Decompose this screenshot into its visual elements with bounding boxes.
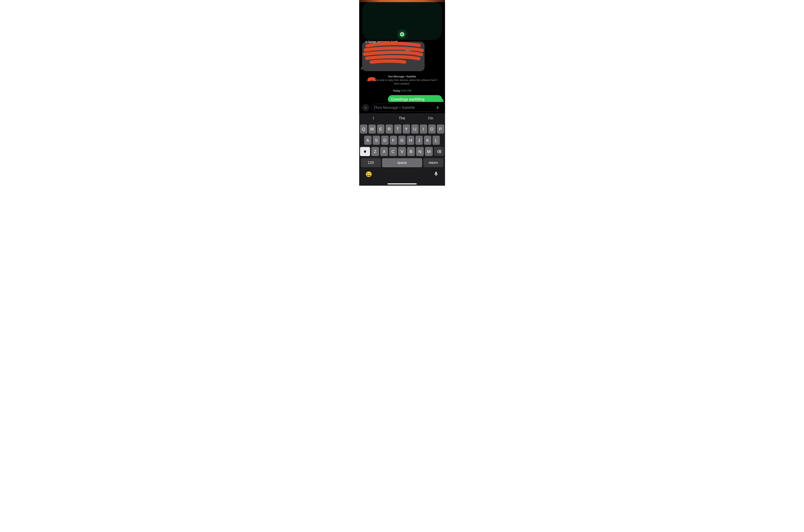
backspace-key[interactable]: [434, 147, 444, 156]
keyboard-bottom-row: 😀: [359, 167, 445, 178]
key-x[interactable]: X: [380, 147, 388, 156]
key-f[interactable]: F: [390, 136, 397, 145]
add-attachment-button[interactable]: ＋: [362, 104, 369, 111]
message-input[interactable]: Text Message • Satellite: [371, 104, 442, 112]
key-row-1: Q W E R T Y U I O P: [360, 125, 444, 134]
incoming-message-bubble[interactable]: a large propane tank. 20# tank: [362, 42, 425, 71]
numbers-key[interactable]: 123: [361, 158, 381, 167]
suggestion-bar: I The I'm: [359, 113, 445, 123]
dictation-icon[interactable]: [436, 106, 440, 110]
key-u[interactable]: U: [411, 125, 419, 134]
date-label: Today: [393, 89, 400, 92]
dictation-button[interactable]: [433, 171, 439, 178]
key-i[interactable]: I: [420, 125, 427, 134]
key-l[interactable]: L: [433, 136, 440, 145]
key-z[interactable]: Z: [371, 147, 379, 156]
suggestion-2[interactable]: The: [388, 116, 416, 120]
location-dot-icon: [400, 32, 404, 36]
meta-header: Text Message • Satellite: [388, 75, 416, 78]
microphone-icon: [433, 171, 439, 176]
shift-key[interactable]: [360, 147, 370, 156]
key-row-3: Z X C V B N M: [360, 147, 444, 156]
keyboard: I The I'm Q W E R T Y U I O P A S D F: [359, 113, 445, 186]
redaction-mark: [367, 77, 376, 82]
input-placeholder: Text Message • Satellite: [375, 106, 436, 110]
space-key[interactable]: space: [382, 158, 422, 167]
timestamp-separator: Today 5:52 PM: [362, 89, 442, 92]
key-w[interactable]: W: [369, 125, 376, 134]
key-p[interactable]: P: [437, 125, 444, 134]
key-d[interactable]: D: [381, 136, 388, 145]
satellite-banner[interactable]: Keep Pointing at Satellite Connected: [363, 2, 442, 40]
suggestion-3[interactable]: I'm: [416, 116, 445, 120]
key-b[interactable]: B: [407, 147, 415, 156]
key-o[interactable]: O: [428, 125, 436, 134]
key-v[interactable]: V: [398, 147, 406, 156]
message-text: Greetings earthling: [391, 97, 425, 101]
emoji-button[interactable]: 😀: [365, 171, 372, 178]
key-g[interactable]: G: [398, 136, 406, 145]
key-t[interactable]: T: [394, 125, 401, 134]
meta-body: may not be able to reply from devices wh…: [367, 79, 437, 85]
key-n[interactable]: N: [416, 147, 424, 156]
delivery-meta: Text Message • Satellite may not be able…: [366, 75, 438, 86]
text-caret: [374, 105, 375, 110]
key-j[interactable]: J: [416, 136, 423, 145]
key-a[interactable]: A: [364, 136, 371, 145]
message-input-row: ＋ Text Message • Satellite: [359, 102, 445, 113]
home-indicator[interactable]: [387, 183, 417, 185]
suggestion-1[interactable]: I: [359, 116, 388, 120]
key-s[interactable]: S: [373, 136, 380, 145]
key-c[interactable]: C: [389, 147, 397, 156]
key-row-2: A S D F G H J K L: [360, 136, 444, 145]
shift-icon: [363, 150, 367, 153]
time-label: 5:52 PM: [401, 89, 411, 92]
key-e[interactable]: E: [377, 125, 384, 134]
key-h[interactable]: H: [407, 136, 414, 145]
key-y[interactable]: Y: [403, 125, 410, 134]
key-r[interactable]: R: [386, 125, 393, 134]
key-m[interactable]: M: [425, 147, 433, 156]
phone-screen: Keep Pointing at Satellite Connected a l…: [359, 0, 445, 186]
redacted-content: 20# tank: [365, 44, 421, 66]
return-key[interactable]: return: [423, 158, 443, 167]
backspace-icon: [437, 149, 441, 154]
key-row-4: 123 space return: [360, 158, 444, 167]
key-k[interactable]: K: [424, 136, 431, 145]
key-q[interactable]: Q: [360, 125, 367, 134]
